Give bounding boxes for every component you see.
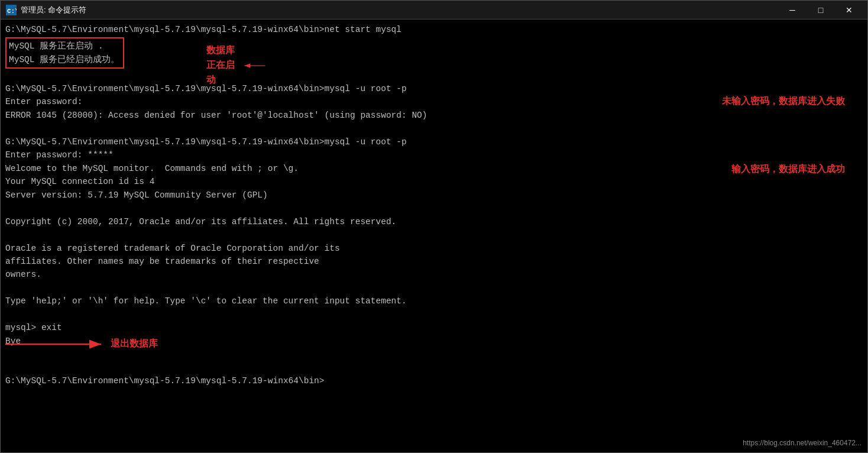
mysql-starting-line: MySQL 服务正在启动 .	[9, 40, 119, 53]
empty4	[5, 228, 863, 241]
block-no-password: G:\MySQL-5.7\Environment\mysql-5.7.19\my…	[5, 82, 863, 122]
empty8	[5, 361, 863, 374]
maximize-button[interactable]: □	[807, 1, 834, 20]
block-with-password: G:\MySQL-5.7\Environment\mysql-5.7.19\my…	[5, 135, 863, 202]
final-prompt-line: G:\MySQL-5.7\Environment\mysql-5.7.19\my…	[5, 374, 863, 387]
block-exit: mysql> exit Bye 退出数据库	[5, 321, 863, 348]
mysql-started-line: MySQL 服务已经启动成功。	[9, 53, 119, 66]
terminal-body[interactable]: G:\MySQL-5.7\Environment\mysql-5.7.19\my…	[1, 20, 867, 452]
oracle-line2: affiliates. Other names may be trademark…	[5, 255, 863, 268]
close-button[interactable]: ✕	[835, 1, 863, 20]
mysql-exit-line: mysql> exit	[5, 321, 863, 334]
titlebar-icon: C:\	[5, 4, 17, 16]
cmd-net-start: G:\MySQL-5.7\Environment\mysql-5.7.19\my…	[5, 23, 863, 36]
empty3	[5, 202, 863, 215]
conn-id-line: Your MySQL connection id is 4	[5, 175, 863, 188]
mysql-start-box: MySQL 服务正在启动 . MySQL 服务已经启动成功。	[5, 37, 124, 69]
oracle-line1: Oracle is a registered trademark of Orac…	[5, 242, 863, 255]
empty6	[5, 308, 863, 321]
server-ver-line: Server version: 5.7.19 MySQL Community S…	[5, 189, 863, 202]
help-hint-line: Type 'help;' or '\h' for help. Type '\c'…	[5, 295, 863, 308]
error-line: ERROR 1045 (28000): Access denied for us…	[5, 109, 863, 122]
empty7	[5, 348, 863, 361]
copyright-line: Copyright (c) 2000, 2017, Oracle and/or …	[5, 215, 863, 228]
titlebar-title: 管理员: 命令提示符	[21, 5, 779, 15]
watermark: https://blog.csdn.net/weixin_460472...	[743, 438, 861, 449]
annotation-no-pwd: 未输入密码，数据库进入失败	[722, 94, 845, 109]
annotation-no-pwd-text: 未输入密码，数据库进入失败	[722, 96, 845, 106]
empty1	[5, 69, 863, 82]
minimize-button[interactable]: ─	[779, 1, 806, 20]
cmd3-line: G:\MySQL-5.7\Environment\mysql-5.7.19\my…	[5, 135, 863, 148]
annotation-with-pwd-text: 输入密码，数据库进入成功	[731, 164, 845, 174]
window: C:\ 管理员: 命令提示符 ─ □ ✕ G:\MySQL-5.7\Enviro…	[0, 0, 868, 453]
annotation-with-pwd: 输入密码，数据库进入成功	[731, 162, 845, 177]
titlebar: C:\ 管理员: 命令提示符 ─ □ ✕	[1, 1, 867, 20]
empty5	[5, 281, 863, 295]
block-net-start: G:\MySQL-5.7\Environment\mysql-5.7.19\my…	[5, 23, 863, 69]
oracle-line3: owners.	[5, 268, 863, 281]
empty2	[5, 122, 863, 135]
svg-text:C:\: C:\	[7, 8, 17, 15]
titlebar-controls: ─ □ ✕	[779, 1, 863, 20]
enter-pwd2-line: Enter password: *****	[5, 148, 863, 161]
